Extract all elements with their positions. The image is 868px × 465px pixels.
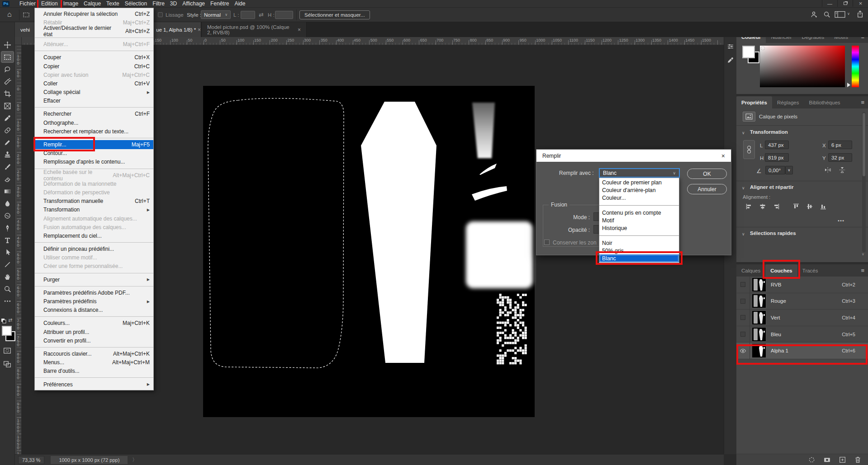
scroll-down-icon[interactable]: ∨ [862, 252, 864, 256]
menu-item-remplacement-du-ciel[interactable]: Remplacement du ciel... [35, 231, 153, 240]
line-tool[interactable] [1, 259, 14, 270]
lasso-tool[interactable] [1, 64, 14, 75]
angle-dropdown-chevron[interactable]: ∨ [785, 166, 793, 174]
eyedropper-panel-icon[interactable] [727, 56, 734, 64]
menu-item-couleurs[interactable]: Couleurs...Maj+Ctrl+K [35, 319, 153, 328]
fill-option-noir[interactable]: Noir [599, 239, 679, 247]
hand-tool[interactable] [1, 271, 14, 282]
angle-field[interactable]: 0,00° [765, 166, 785, 174]
menubar-item-affichage[interactable]: Affichage [180, 0, 208, 8]
foreground-color-swatch[interactable] [742, 46, 755, 58]
magic-wand-tool[interactable] [1, 76, 14, 87]
fill-option-couleur-de-premier-plan[interactable]: Couleur de premier plan [599, 178, 679, 186]
width-input[interactable] [241, 11, 255, 19]
panel-tab-bibliotheques[interactable]: Bibliothèques [804, 96, 845, 108]
healing-tool[interactable] [1, 125, 14, 136]
new-channel-icon[interactable] [839, 456, 846, 464]
align-left-icon[interactable] [745, 202, 754, 211]
workspace-chevron-icon[interactable]: ∨ [847, 12, 850, 16]
menu-item-copier-avec-fusion[interactable]: Copier avec fusionMaj+Ctrl+C [35, 70, 153, 79]
fill-option-couleur-d-arriere-plan[interactable]: Couleur d'arrière-plan [599, 186, 679, 194]
fill-option-historique[interactable]: Historique [599, 224, 679, 232]
adjustments-icon[interactable] [727, 43, 734, 50]
quick-mask-icon[interactable] [3, 347, 11, 355]
height-input[interactable] [275, 11, 293, 19]
color-field-cursor[interactable] [761, 47, 764, 50]
menu-item-deformation-de-la-marionnette[interactable]: Déformation de la marionnette [35, 179, 153, 188]
menu-item-transformation[interactable]: Transformation▶ [35, 206, 153, 214]
panel-tab-couches[interactable]: Couches [765, 264, 797, 277]
screen-mode-icon[interactable] [3, 360, 11, 368]
eyedropper-tool[interactable] [1, 113, 14, 123]
menu-item-attribuer-un-profil[interactable]: Attribuer un profil... [35, 328, 153, 336]
menu-item-contour[interactable]: Contour... [35, 149, 153, 158]
zoom-level-field[interactable]: 73,33 % [18, 456, 44, 464]
maximize-button[interactable] [837, 0, 853, 7]
fill-with-dropdown[interactable]: Blanc ∨ [599, 168, 680, 178]
channel-row-alpha-1[interactable]: Alpha 1Ctrl+6 [736, 343, 868, 359]
select-and-mask-button[interactable]: Sélectionner et masquer... [299, 10, 370, 19]
status-chevron-icon[interactable]: 〉 [132, 456, 137, 463]
swap-dimensions-icon[interactable]: ⇄ [259, 11, 264, 18]
dialog-close-icon[interactable]: × [721, 152, 725, 160]
move-tool[interactable] [1, 39, 14, 50]
align-bottom-icon[interactable] [819, 202, 828, 211]
minimize-button[interactable]: — [822, 0, 837, 7]
hue-slider-arrow[interactable] [847, 83, 850, 87]
fill-option-contenu-pris-en-compte[interactable]: Contenu pris en compte [599, 209, 679, 216]
panel-tab-reglages[interactable]: Réglages [772, 96, 804, 108]
align-right-icon[interactable] [772, 202, 781, 211]
rectangular-marquee-tool[interactable] [1, 52, 14, 62]
menu-item-activer-desactiver-le-dernier-etat[interactable]: Activer/Désactiver le dernier étatAlt+Ct… [35, 27, 153, 35]
section-chevron-icon[interactable]: ∨ [742, 232, 745, 236]
align-section-title[interactable]: Aligner et répartir [750, 184, 794, 190]
clone-stamp-tool[interactable] [1, 149, 14, 160]
preserve-transparency-checkbox[interactable] [544, 240, 550, 245]
menu-item-preferences[interactable]: Préférences▶ [35, 380, 153, 389]
more-align-options[interactable]: ••• [838, 218, 844, 223]
y-field[interactable]: 32 px [828, 153, 852, 162]
menu-item-raccourcis-clavier[interactable]: Raccourcis clavier...Alt+Maj+Ctrl+K [35, 349, 153, 358]
fill-dialog-titlebar[interactable]: Remplir × [536, 150, 731, 162]
visibility-toggle[interactable] [736, 310, 750, 326]
history-brush-tool[interactable] [1, 161, 14, 172]
ok-button[interactable]: OK [687, 169, 727, 179]
menu-item-creer-une-forme-personnalisee[interactable]: Créer une forme personnalisée... [35, 262, 153, 271]
menubar-item-fenetre[interactable]: Fenêtre [208, 0, 232, 8]
style-dropdown[interactable]: Normal∨ [201, 10, 231, 19]
menu-item-barre-d-outils[interactable]: Barre d'outils... [35, 367, 153, 376]
menu-item-remplissage-d-apres-le-contenu[interactable]: Remplissage d'après le contenu... [35, 158, 153, 166]
flip-horizontal-icon[interactable] [824, 166, 831, 174]
channel-row-vert[interactable]: VertCtrl+4 [736, 310, 868, 326]
fill-option-couleur[interactable]: Couleur... [599, 194, 679, 202]
height-field[interactable]: 819 px [765, 153, 789, 162]
menu-item-connexions-a-distance[interactable]: Connexions à distance... [35, 306, 153, 315]
menu-item-coller[interactable]: CollerCtrl+V [35, 79, 153, 88]
menu-item-attenuer[interactable]: Atténuer...Maj+Ctrl+F [35, 40, 153, 49]
visibility-toggle[interactable] [736, 326, 750, 343]
dodge-tool[interactable] [1, 210, 14, 221]
menu-item-effacer[interactable]: Effacer [35, 97, 153, 105]
menu-item-parametres-predefinis-adobe-pdf[interactable]: Paramètres prédéfinis Adobe PDF... [35, 288, 153, 297]
menubar-item-aide[interactable]: Aide [232, 0, 248, 8]
menubar-item-edition[interactable]: Edition [38, 0, 61, 8]
menubar-item-selection[interactable]: Sélection [122, 0, 150, 8]
zoom-tool[interactable] [1, 283, 14, 294]
visibility-toggle[interactable] [736, 293, 750, 310]
menu-item-definir-un-pinceau-predefini[interactable]: Définir un pinceau prédéfini... [35, 245, 153, 254]
menu-item-utiliser-comme-motif[interactable]: Utiliser comme motif... [35, 254, 153, 262]
channel-row-rouge[interactable]: RougeCtrl+3 [736, 293, 868, 310]
menubar-item-fichier[interactable]: Fichier [17, 0, 38, 8]
type-tool[interactable] [1, 235, 14, 245]
properties-panel-menu-icon[interactable]: ≡ [861, 99, 864, 106]
eraser-tool[interactable] [1, 174, 14, 184]
menu-item-echelle-basee-sur-le-contenu[interactable]: Echelle basée sur le contenuAlt+Maj+Ctrl… [35, 171, 153, 179]
menu-item-couper[interactable]: CouperCtrl+X [35, 53, 153, 62]
menubar-item-texte[interactable]: Texte [104, 0, 122, 8]
menubar-item-filtre[interactable]: Filtre [150, 0, 167, 8]
menu-item-rechercher[interactable]: RechercherCtrl+F [35, 110, 153, 118]
align-hcenter-icon[interactable] [758, 202, 767, 211]
share-icon[interactable] [856, 10, 864, 18]
tool-preset-marquee-icon[interactable] [23, 11, 30, 19]
load-selection-icon[interactable] [808, 456, 816, 464]
